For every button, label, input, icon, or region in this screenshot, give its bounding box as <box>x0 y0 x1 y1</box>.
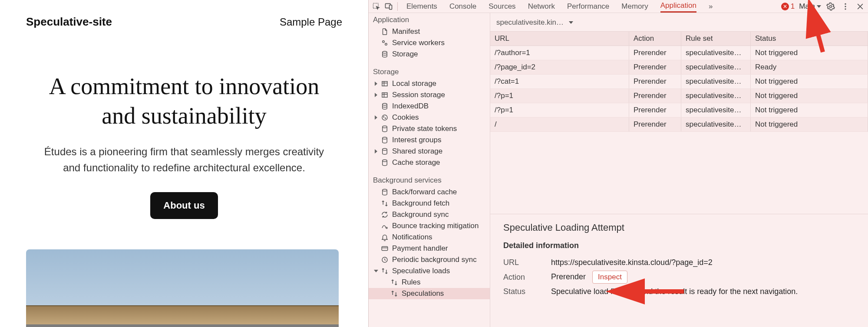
tree-item-label: Cache storage <box>392 158 440 167</box>
close-icon[interactable] <box>855 1 865 12</box>
devtools-toolbar: Elements Console Sources Network Perform… <box>369 0 868 13</box>
devtools-tabs: Elements Console Sources Network Perform… <box>406 0 713 13</box>
tree-item-private-state-tokens[interactable]: Private state tokens <box>369 123 490 134</box>
tab-console[interactable]: Console <box>449 0 476 13</box>
tree-item-storage[interactable]: Storage <box>369 49 490 60</box>
detail-action-row: Action Prerender Inspect <box>490 269 868 285</box>
tree-item-indexeddb[interactable]: IndexedDB <box>369 101 490 112</box>
svg-rect-2 <box>389 5 392 9</box>
cell-status: Ready <box>751 60 868 74</box>
detail-section-header: Detailed information <box>490 237 868 256</box>
frame-selector-label: Main <box>799 2 815 11</box>
tab-performance[interactable]: Performance <box>567 0 609 13</box>
tree-item-payment-handler[interactable]: Payment handler <box>369 243 490 254</box>
tree-item-periodic-sync[interactable]: Periodic background sync <box>369 254 490 265</box>
detail-action-key: Action <box>503 273 542 282</box>
tree-item-label: Local storage <box>392 79 436 88</box>
table-row[interactable]: /?cat=1Prerenderspeculativesite…Not trig… <box>490 75 868 89</box>
tree-item-cache-storage[interactable]: Cache storage <box>369 157 490 168</box>
caret-icon <box>375 115 377 120</box>
tree-item-label: Notifications <box>392 233 432 242</box>
inspect-element-icon[interactable] <box>371 1 382 12</box>
site-title[interactable]: Speculative-site <box>26 15 112 29</box>
application-main: speculativesite.kin… URL Action Rule set… <box>490 13 868 327</box>
swap-icon <box>381 267 389 275</box>
cell-url: /?p=1 <box>490 103 629 117</box>
tree-item-interest-groups[interactable]: Interest groups <box>369 134 490 146</box>
tab-application[interactable]: Application <box>660 0 696 13</box>
device-toolbar-icon[interactable] <box>383 1 394 12</box>
svg-point-20 <box>383 189 387 191</box>
tree-section-application: Application <box>369 13 490 26</box>
speculations-table: URL Action Rule set Status /?author=1Pre… <box>490 31 868 214</box>
col-url[interactable]: URL <box>490 32 629 46</box>
sync-icon <box>381 211 389 219</box>
database-icon <box>381 102 389 110</box>
tab-network[interactable]: Network <box>528 0 555 13</box>
table-row[interactable]: /?p=1Prerenderspeculativesite…Not trigge… <box>490 103 868 118</box>
tree-item-local-storage[interactable]: Local storage <box>369 78 490 89</box>
svg-point-3 <box>830 5 832 7</box>
tree-item-cookies[interactable]: Cookies <box>369 112 490 123</box>
tree-item-shared-storage[interactable]: Shared storage <box>369 146 490 157</box>
svg-point-18 <box>383 148 387 150</box>
website-pane: Speculative-site Sample Page A commitmen… <box>0 0 368 327</box>
table-row[interactable]: /?author=1Prerenderspeculativesite…Not t… <box>490 46 868 60</box>
toolbar-separator <box>397 2 398 11</box>
tab-sources[interactable]: Sources <box>488 0 515 13</box>
svg-point-7 <box>383 41 385 43</box>
cell-url: /?cat=1 <box>490 75 629 88</box>
tree-item-background-fetch[interactable]: Background fetch <box>369 198 490 209</box>
gear-icon[interactable] <box>825 1 836 12</box>
tab-memory[interactable]: Memory <box>621 0 648 13</box>
chevron-down-icon <box>569 21 573 24</box>
nav-sample-page[interactable]: Sample Page <box>280 16 342 28</box>
tree-item-label: Shared storage <box>392 147 442 156</box>
detail-title: Speculative Loading Attempt <box>490 214 868 237</box>
svg-point-12 <box>383 103 387 105</box>
cell-ruleset: speculativesite… <box>681 75 751 88</box>
tabs-overflow[interactable]: » <box>709 0 713 13</box>
table-row[interactable]: /Prerenderspeculativesite…Not triggered <box>490 118 868 132</box>
svg-point-21 <box>386 227 387 229</box>
tree-item-label: Periodic background sync <box>392 255 477 264</box>
tree-item-speculative-loads[interactable]: Speculative loads <box>369 265 490 277</box>
document-icon <box>381 28 389 36</box>
cell-action: Prerender <box>629 103 681 117</box>
error-badge[interactable]: ✕ 1 <box>781 2 795 11</box>
table-row[interactable]: /?p=1Prerenderspeculativesite…Not trigge… <box>490 89 868 103</box>
cell-action: Prerender <box>629 89 681 103</box>
application-sidebar: Application Manifest Service workers Sto… <box>369 13 490 327</box>
swap-icon <box>381 199 389 207</box>
kebab-menu-icon[interactable] <box>840 1 851 12</box>
tree-item-session-storage[interactable]: Session storage <box>369 89 490 101</box>
tree-item-bounce-tracking[interactable]: Bounce tracking mitigation <box>369 220 490 232</box>
tree-item-label: Speculations <box>402 289 444 298</box>
col-action[interactable]: Action <box>629 32 681 46</box>
col-status[interactable]: Status <box>751 32 868 46</box>
tab-elements[interactable]: Elements <box>406 0 437 13</box>
about-us-button[interactable]: About us <box>150 192 218 219</box>
tree-item-service-workers[interactable]: Service workers <box>369 37 490 49</box>
cell-action: Prerender <box>629 46 681 60</box>
inspect-button[interactable]: Inspect <box>592 271 627 284</box>
tree-item-label: Interest groups <box>392 136 441 144</box>
table-row[interactable]: /?page_id=2Prerenderspeculativesite…Read… <box>490 60 868 75</box>
col-ruleset[interactable]: Rule set <box>681 32 751 46</box>
tree-item-speculations[interactable]: Speculations <box>369 288 490 299</box>
cell-url: /?p=1 <box>490 89 629 103</box>
svg-point-14 <box>383 117 384 118</box>
database-icon <box>381 188 389 196</box>
detail-url-row: URL https://speculativesite.kinsta.cloud… <box>490 256 868 269</box>
frame-selector[interactable]: Main <box>799 2 821 11</box>
tree-item-manifest[interactable]: Manifest <box>369 26 490 37</box>
detail-status-key: Status <box>503 287 542 296</box>
tree-item-background-sync[interactable]: Background sync <box>369 209 490 220</box>
clock-icon <box>381 256 389 264</box>
tree-item-bfcache[interactable]: Back/forward cache <box>369 186 490 198</box>
svg-point-6 <box>845 8 846 10</box>
tree-item-rules[interactable]: Rules <box>369 277 490 288</box>
frame-dropdown[interactable]: speculativesite.kin… <box>490 13 868 31</box>
tree-item-notifications[interactable]: Notifications <box>369 232 490 243</box>
tree-section-background-services: Background services <box>369 173 490 186</box>
